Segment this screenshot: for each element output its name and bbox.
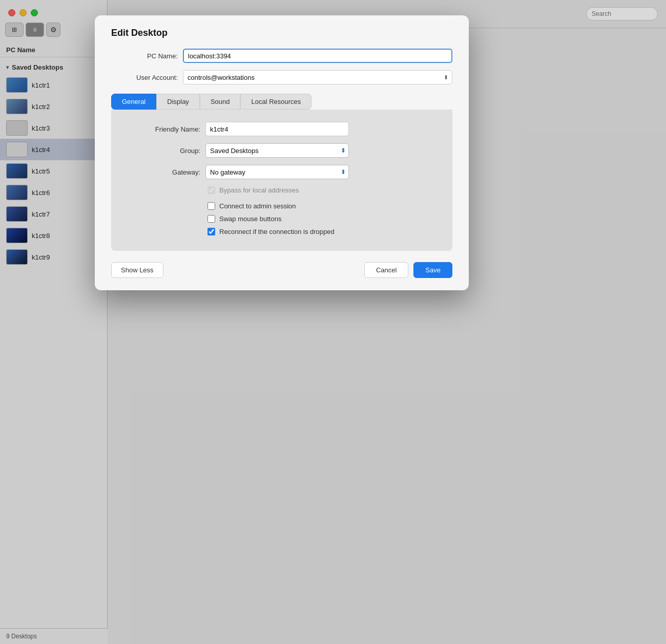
- group-select[interactable]: Saved Desktops: [205, 143, 349, 158]
- show-less-button[interactable]: Show Less: [111, 262, 163, 278]
- gateway-select-wrap: No gateway ⬍: [205, 165, 349, 179]
- reconnect-checkbox[interactable]: [207, 228, 215, 235]
- bypass-local-checkbox[interactable]: [207, 186, 215, 194]
- reconnect-row: Reconnect if the connection is dropped: [207, 228, 440, 235]
- tab-general[interactable]: General: [111, 94, 156, 110]
- user-account-label: User Account:: [111, 74, 178, 81]
- bypass-local-label: Bypass for local addresses: [219, 186, 299, 194]
- pc-name-label: PC Name:: [111, 52, 178, 60]
- modal-footer: Show Less Cancel Save: [111, 262, 452, 278]
- tab-content-general: Friendly Name: Group: Saved Desktops ⬍ G…: [111, 110, 452, 251]
- swap-mouse-checkbox[interactable]: [207, 215, 215, 223]
- tabs-section: General Display Sound Local Resources Fr…: [111, 94, 452, 251]
- pc-name-input[interactable]: [183, 49, 452, 63]
- save-button[interactable]: Save: [413, 262, 452, 278]
- gateway-row: Gateway: No gateway ⬍: [123, 165, 440, 179]
- user-account-row: User Account: controls@workstations ⬍: [111, 70, 452, 84]
- friendly-name-input[interactable]: [205, 122, 349, 136]
- footer-right-buttons: Cancel Save: [364, 262, 452, 278]
- group-label: Group:: [123, 147, 200, 155]
- user-account-select-wrap: controls@workstations ⬍: [183, 70, 452, 84]
- pc-name-row: PC Name:: [111, 49, 452, 63]
- tab-local-resources[interactable]: Local Resources: [240, 94, 311, 110]
- tabs-bar: General Display Sound Local Resources: [111, 94, 452, 110]
- friendly-name-label: Friendly Name:: [123, 125, 200, 133]
- connect-admin-checkbox[interactable]: [207, 202, 215, 210]
- gateway-label: Gateway:: [123, 168, 200, 176]
- cancel-button[interactable]: Cancel: [364, 262, 408, 278]
- swap-mouse-label: Swap mouse buttons: [219, 215, 281, 223]
- gateway-select[interactable]: No gateway: [205, 165, 349, 179]
- tab-sound[interactable]: Sound: [200, 94, 241, 110]
- reconnect-label: Reconnect if the connection is dropped: [219, 228, 335, 235]
- swap-mouse-row: Swap mouse buttons: [207, 215, 440, 223]
- tab-display[interactable]: Display: [156, 94, 200, 110]
- bypass-local-row: Bypass for local addresses: [207, 186, 440, 194]
- edit-desktop-modal: Edit Desktop PC Name: User Account: cont…: [95, 15, 469, 290]
- connect-admin-row: Connect to admin session: [207, 202, 440, 210]
- friendly-name-row: Friendly Name:: [123, 122, 440, 136]
- group-select-wrap: Saved Desktops ⬍: [205, 143, 349, 158]
- user-account-select[interactable]: controls@workstations: [183, 70, 452, 84]
- connect-admin-label: Connect to admin session: [219, 202, 296, 210]
- modal-title: Edit Desktop: [111, 28, 452, 38]
- group-row: Group: Saved Desktops ⬍: [123, 143, 440, 158]
